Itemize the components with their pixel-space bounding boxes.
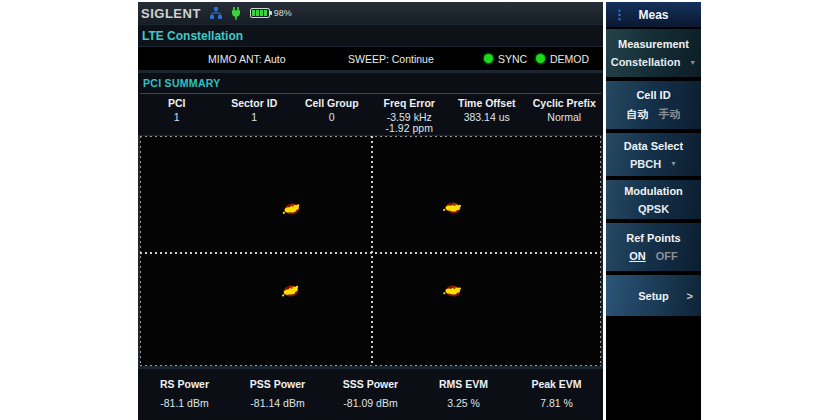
softkey-label: Ref Points — [626, 232, 680, 244]
metric-value: -81.14 dBm — [231, 397, 324, 409]
sweep-status: SWEEP: Continue — [348, 47, 434, 70]
pci-col-sector-id: Sector ID1 — [216, 97, 294, 134]
metric-label: Peak EVM — [510, 378, 603, 390]
pci-col-freq-error: Freq Error-3.59 kHz-1.92 ppm — [371, 97, 449, 134]
constellation-cluster — [440, 282, 466, 304]
demod-led-icon — [536, 54, 545, 63]
metric-value: 7.81 % — [510, 397, 603, 409]
metric-peak-evm: Peak EVM7.81 % — [510, 369, 603, 420]
constellation-cluster — [279, 200, 305, 222]
plot-axis-vertical — [371, 136, 373, 366]
battery-bar — [264, 10, 267, 16]
chevron-down-icon: ▼ — [670, 160, 677, 167]
softkey-data-select[interactable]: Data SelectPBCH▼ — [606, 133, 701, 178]
metric-rms-evm: RMS EVM3.25 % — [417, 369, 510, 420]
menu-title: Meas — [638, 8, 668, 22]
pci-col-cell-group: Cell Group0 — [293, 97, 371, 134]
softkey-toggle: 自动手动 — [624, 107, 684, 122]
pci-col-value: -3.59 kHz-1.92 ppm — [371, 112, 449, 134]
pci-col-pci: PCI1 — [138, 97, 216, 134]
pci-col-header: Cyclic Prefix — [526, 97, 604, 109]
softkey-setup[interactable]: Setup> — [606, 275, 701, 318]
metric-value: -81.09 dBm — [324, 397, 417, 409]
softkey-sidebar: ⋮ Meas MeasurementConstellation▼Cell ID自… — [606, 2, 701, 420]
title-bar: LTE Constellation — [138, 25, 603, 46]
pci-summary-title: PCI SUMMARY — [143, 77, 221, 89]
toggle-option-off[interactable]: OFF — [656, 250, 678, 262]
softkey-label: Measurement — [618, 38, 689, 50]
demod-status-bar: MIMO ANT: Auto SWEEP: Continue SYNC DEMO… — [138, 47, 603, 70]
device-screen-main: SIGLENT 98% LTE Co — [138, 2, 603, 420]
softkey-modulation[interactable]: ModulationQPSK — [606, 180, 701, 221]
separator — [140, 93, 601, 94]
chevron-right-icon: > — [687, 290, 693, 302]
pci-col-value: 383.14 us — [448, 112, 526, 123]
top-status-bar: SIGLENT 98% — [138, 2, 603, 24]
sync-led-icon — [484, 54, 493, 63]
constellation-cluster — [278, 282, 304, 304]
pci-col-cyclic-prefix: Cyclic PrefixNormal — [526, 97, 604, 134]
constellation-cluster — [440, 199, 466, 221]
pci-summary-panel: PCI SUMMARY PCI1Sector ID1Cell Group0Fre… — [138, 73, 603, 135]
pci-col-header: PCI — [138, 97, 216, 109]
battery-icon — [250, 8, 270, 18]
page-background: SIGLENT 98% LTE Co — [0, 0, 840, 420]
softkey-ref-points[interactable]: Ref PointsONOFF — [606, 223, 701, 273]
pci-col-header: Freq Error — [371, 97, 449, 109]
battery-percent: 98% — [274, 8, 292, 18]
pci-col-value: 1 — [216, 112, 294, 123]
pci-col-value: 1 — [138, 112, 216, 123]
softkey-cell-id[interactable]: Cell ID自动手动 — [606, 81, 701, 131]
metric-label: PSS Power — [231, 378, 324, 390]
pci-summary-table: PCI1Sector ID1Cell Group0Freq Error-3.59… — [138, 97, 603, 134]
menu-dots-icon: ⋮ — [613, 3, 626, 26]
softkey-toggle: ONOFF — [626, 250, 681, 262]
metric-rs-power: RS Power-81.1 dBm — [138, 369, 231, 420]
pci-col-value: 0 — [293, 112, 371, 123]
sync-indicator: SYNC — [484, 47, 527, 70]
softkey-label: Data Select — [624, 140, 683, 152]
lan-icon — [210, 7, 222, 19]
menu-header: ⋮ Meas — [606, 2, 701, 27]
siglent-logo: SIGLENT — [141, 6, 201, 21]
softkey-label: Modulation — [624, 185, 683, 197]
metric-label: SSS Power — [324, 378, 417, 390]
pci-col-time-offset: Time Offset383.14 us — [448, 97, 526, 134]
softkey-label: Setup — [638, 290, 669, 302]
metric-pss-power: PSS Power-81.14 dBm — [231, 369, 324, 420]
chevron-down-icon: ▼ — [689, 59, 696, 66]
metric-label: RS Power — [138, 378, 231, 390]
softkey-measurement[interactable]: MeasurementConstellation▼ — [606, 29, 701, 79]
demod-indicator: DEMOD — [536, 47, 589, 70]
softkey-value: PBCH — [630, 158, 661, 170]
pci-col-value: Normal — [526, 112, 604, 123]
pci-col-header: Sector ID — [216, 97, 294, 109]
pci-col-header: Time Offset — [448, 97, 526, 109]
metric-value: 3.25 % — [417, 397, 510, 409]
battery-bar — [252, 10, 255, 16]
softkey-value: Constellation — [611, 56, 681, 68]
metric-sss-power: SSS Power-81.09 dBm — [324, 369, 417, 420]
mimo-ant-status: MIMO ANT: Auto — [208, 47, 286, 70]
power-plug-icon — [231, 7, 241, 20]
softkey-label: Cell ID — [636, 89, 670, 101]
toggle-option-[interactable]: 手动 — [659, 107, 681, 122]
constellation-plot — [140, 136, 601, 366]
metric-value: -81.1 dBm — [138, 397, 231, 409]
page-title: LTE Constellation — [142, 29, 243, 43]
toggle-option-[interactable]: 自动 — [627, 107, 649, 122]
toggle-option-on[interactable]: ON — [629, 250, 646, 262]
metric-label: RMS EVM — [417, 378, 510, 390]
pci-col-header: Cell Group — [293, 97, 371, 109]
battery-bar — [260, 10, 263, 16]
battery-bar — [256, 10, 259, 16]
softkey-value: QPSK — [638, 203, 669, 215]
power-evm-metrics: RS Power-81.1 dBmPSS Power-81.14 dBmSSS … — [138, 369, 603, 420]
